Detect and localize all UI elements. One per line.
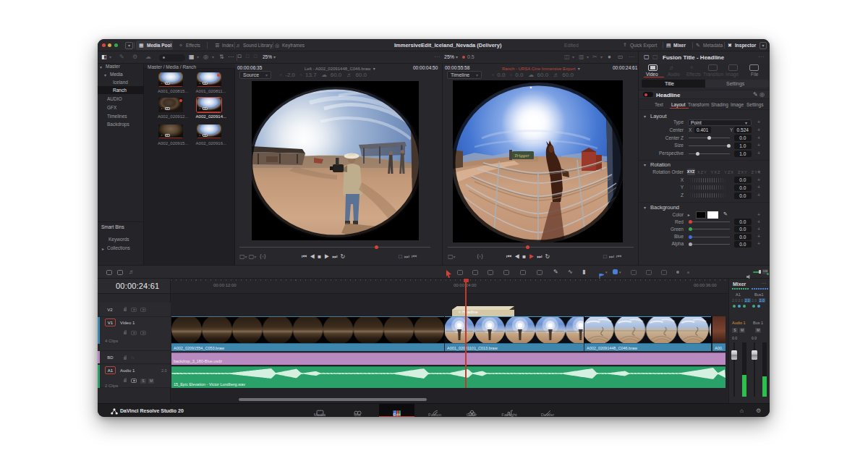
svg-text:Trigger: Trigger [514, 153, 529, 159]
svg-text:✧ Headline: ✧ Headline [458, 310, 478, 314]
